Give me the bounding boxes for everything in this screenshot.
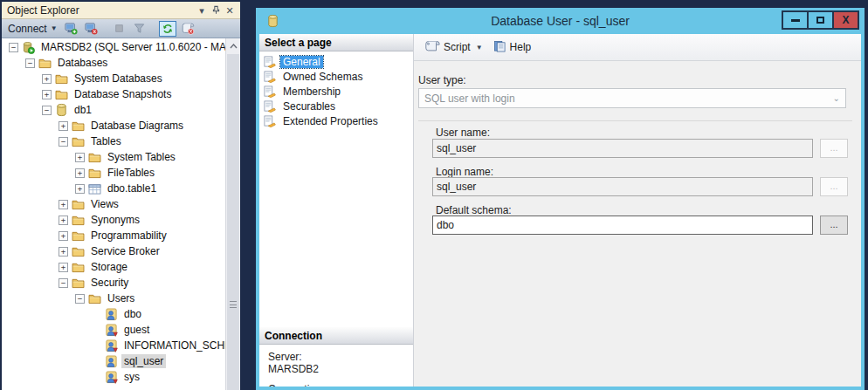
user-icon — [104, 307, 119, 321]
tree-item-programmability[interactable]: +Programmability — [2, 228, 225, 243]
maximize-button[interactable] — [807, 10, 834, 30]
tree-item-guest[interactable]: guest — [2, 322, 225, 338]
app-window: Object Explorer ▾ ✕ Connect ▼ −MARSDB2 (… — [0, 0, 868, 390]
user-type-select[interactable]: SQL user with login ⌄ — [418, 88, 846, 108]
expand-icon[interactable]: + — [59, 121, 68, 131]
tree-item-label: dbo.table1 — [105, 181, 159, 195]
tree-item-system-databases[interactable]: +System Databases — [2, 71, 225, 86]
tree-item-database-diagrams[interactable]: +Database Diagrams — [2, 118, 225, 133]
user-type-label: User type: — [418, 74, 466, 86]
tree-item-filetables[interactable]: +FileTables — [2, 165, 225, 181]
expand-icon[interactable]: + — [59, 231, 68, 241]
collapse-icon[interactable]: − — [75, 294, 85, 304]
tree-item-label: Programmability — [88, 229, 169, 243]
expand-icon[interactable]: + — [75, 153, 85, 162]
folder-icon — [71, 244, 86, 258]
refresh-icon[interactable] — [159, 21, 176, 37]
expand-icon[interactable]: + — [59, 216, 68, 225]
script-button-label: Script — [444, 41, 471, 53]
collapse-icon[interactable]: − — [9, 43, 18, 52]
tree-item-databases[interactable]: −Databases — [2, 55, 225, 71]
close-button[interactable]: X — [832, 10, 859, 30]
expand-icon[interactable]: + — [75, 184, 85, 194]
server-icon — [21, 40, 36, 54]
filter-icon[interactable] — [131, 21, 148, 37]
browse-user-name-button[interactable]: ... — [820, 139, 848, 158]
page-icon — [263, 70, 278, 83]
connect-server-icon[interactable] — [63, 21, 80, 37]
connection-label: Connection: — [268, 383, 413, 387]
default-schema-field[interactable] — [432, 216, 813, 235]
disconnect-server-icon[interactable] — [83, 21, 100, 37]
tree-item-views[interactable]: +Views — [2, 196, 225, 212]
scrollbar-thumb[interactable] — [227, 54, 239, 390]
page-item-extended-properties[interactable]: Extended Properties — [263, 113, 411, 128]
expand-icon[interactable]: + — [59, 200, 68, 209]
tree-item-system-tables[interactable]: +System Tables — [2, 149, 225, 165]
expand-icon[interactable]: + — [59, 247, 68, 257]
tree-item-label: Synonyms — [88, 213, 142, 227]
scroll-up-icon[interactable] — [226, 38, 240, 53]
page-item-securables[interactable]: Securables — [263, 99, 411, 113]
separator — [418, 120, 852, 121]
browse-default-schema-button[interactable]: ... — [820, 216, 848, 235]
folder-icon — [71, 213, 86, 227]
page-item-label: General — [280, 56, 323, 68]
browse-login-name-button[interactable]: ... — [820, 177, 848, 196]
pin-icon[interactable] — [209, 4, 223, 17]
tree-item-users[interactable]: −Users — [2, 291, 225, 306]
tree-item-synonyms[interactable]: +Synonyms — [2, 212, 225, 228]
login-name-field[interactable] — [432, 177, 813, 196]
select-page-header: Select a page — [259, 34, 413, 51]
page-item-owned-schemas[interactable]: Owned Schemas — [263, 69, 411, 84]
expand-icon[interactable]: + — [59, 263, 68, 272]
tree-item-sql-user[interactable]: sql_user — [2, 353, 225, 369]
collapse-icon[interactable]: − — [25, 58, 35, 68]
stop-icon[interactable] — [111, 21, 128, 37]
script-error-icon[interactable] — [179, 21, 196, 37]
tree-item-db1[interactable]: −db1 — [2, 102, 225, 118]
script-button[interactable]: Script — [421, 38, 474, 56]
tree-item-marsdb2-sql-server-11-0-6020-marsd[interactable]: −MARSDB2 (SQL Server 11.0.6020 - MARSD — [2, 39, 225, 55]
tree-item-sys[interactable]: sys — [2, 369, 225, 385]
page-item-membership[interactable]: Membership — [263, 84, 411, 99]
tree-item-label: FileTables — [105, 166, 157, 180]
tree-item-security[interactable]: −Security — [2, 275, 225, 291]
tree-item-dbo-table1[interactable]: +dbo.table1 — [2, 181, 225, 196]
collapse-icon[interactable]: − — [42, 106, 52, 115]
window-position-icon[interactable]: ▾ — [195, 4, 209, 17]
scrollbar-grip — [230, 301, 237, 308]
object-explorer-title: Object Explorer — [7, 4, 195, 17]
tree-item-label: System Tables — [105, 150, 178, 164]
database-user-dialog: Database User - sql_user X Select a page… — [256, 8, 865, 390]
tree-item-service-broker[interactable]: +Service Broker — [2, 243, 225, 259]
folder-icon — [71, 197, 86, 211]
tree-item-dbo[interactable]: dbo — [2, 306, 225, 322]
minimize-button[interactable] — [782, 10, 809, 30]
tree-item-database-snapshots[interactable]: +Database Snapshots — [2, 86, 225, 102]
tree-item-label: guest — [121, 323, 152, 337]
tree-item-label: Views — [88, 197, 121, 211]
expand-icon[interactable]: + — [42, 90, 52, 99]
tree-scrollbar[interactable] — [225, 38, 240, 390]
page-item-label: Owned Schemas — [280, 71, 365, 83]
close-icon[interactable]: ✕ — [223, 4, 237, 17]
tree-item-tables[interactable]: −Tables — [2, 133, 225, 149]
expand-icon[interactable]: + — [42, 74, 52, 84]
user-name-field[interactable] — [432, 139, 813, 158]
tree-item-label: db1 — [72, 103, 94, 117]
tree-item-label: Tables — [88, 134, 124, 148]
tree-item-information-schem[interactable]: INFORMATION_SCHEM — [2, 338, 225, 353]
tree-item-storage[interactable]: +Storage — [2, 259, 225, 275]
collapse-icon[interactable]: − — [59, 137, 68, 147]
help-button[interactable]: Help — [490, 38, 535, 57]
page-icon — [263, 114, 278, 127]
collapse-icon[interactable]: − — [59, 278, 68, 288]
page-item-general[interactable]: General — [263, 54, 411, 69]
script-dropdown-icon[interactable]: ▼ — [476, 44, 483, 51]
connect-button[interactable]: Connect ▼ — [5, 22, 60, 36]
expand-icon[interactable]: + — [75, 168, 85, 178]
dialog-titlebar: Database User - sql_user X — [259, 8, 861, 34]
folder-icon — [71, 119, 86, 133]
page-icon — [263, 85, 278, 98]
